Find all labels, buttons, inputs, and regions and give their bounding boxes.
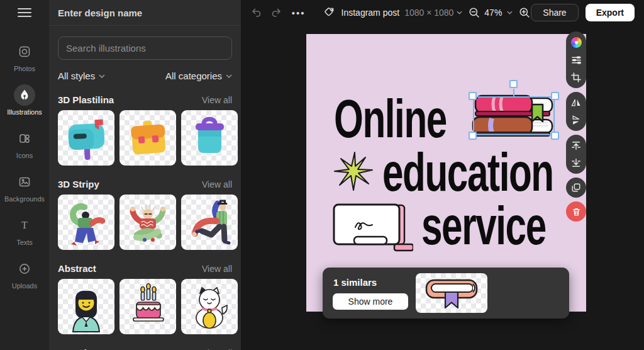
bring-forward-button[interactable]: [566, 137, 586, 154]
book-with-bookmark-illustration: [421, 276, 482, 310]
toolbar-group-flip: [566, 92, 586, 131]
sidebar-item-backgrounds[interactable]: Backgrounds: [0, 166, 49, 209]
more-dots-icon: •••: [292, 8, 306, 18]
chevron-down-icon: [99, 74, 105, 78]
bring-forward-icon: [571, 140, 581, 150]
color-button[interactable]: [566, 33, 586, 51]
selected-element-books[interactable]: [473, 96, 555, 135]
thumb-woman-avatar-illustration[interactable]: [58, 279, 114, 334]
duplicate-icon: [571, 183, 581, 193]
resize-handle-bottom-right[interactable]: [551, 132, 559, 140]
panel-body: All styles All categories 3D Plastilina …: [49, 26, 241, 350]
resize-handle-bottom-left[interactable]: [469, 132, 477, 140]
view-all-link[interactable]: View all: [202, 95, 232, 105]
show-more-button[interactable]: Show more: [333, 293, 408, 310]
resize-icon: [323, 6, 336, 19]
sidebar-item-photos[interactable]: Photos: [0, 35, 49, 79]
crop-icon: [571, 72, 581, 82]
upload-plus-icon: [14, 258, 35, 279]
thumb-kicking-person-illustration[interactable]: [181, 195, 238, 250]
similars-popup: 1 similars Show more: [323, 268, 569, 319]
headline-word-education[interactable]: education: [382, 145, 553, 199]
flip-horizontal-button[interactable]: [566, 94, 586, 111]
format-label[interactable]: Instagram post: [341, 8, 400, 18]
zoom-in-button[interactable]: [518, 4, 531, 21]
thumb-lucky-cat-illustration[interactable]: [181, 279, 238, 334]
background-image-icon: [14, 171, 35, 193]
zoom-out-button[interactable]: [467, 4, 480, 21]
photo-icon: [14, 41, 35, 62]
sidebar-item-illustrations[interactable]: Illustrations: [0, 79, 49, 122]
delete-button[interactable]: [566, 201, 586, 222]
app-root: Photos Illustrations Icons: [0, 0, 644, 350]
flip-horizontal-icon: [571, 98, 581, 108]
section-title: Abstract: [58, 263, 96, 274]
crop-button[interactable]: [566, 69, 586, 86]
zoom-in-icon: [519, 7, 530, 18]
format-dimensions: 1080 × 1080: [404, 8, 453, 18]
similar-book-thumbnail[interactable]: [416, 273, 487, 313]
thumbnail-row: [58, 110, 232, 166]
zoom-level[interactable]: 47%: [484, 8, 502, 18]
thumbnail-row: [58, 279, 232, 334]
pen-nib-icon: [14, 84, 35, 106]
selection-outline: [473, 96, 555, 135]
section-header: Abstract View all: [58, 263, 232, 274]
star-sparkle-illustration[interactable]: [333, 151, 374, 191]
undo-button[interactable]: [250, 4, 264, 21]
color-wheel-icon: [571, 37, 582, 48]
thumb-dancing-person-illustration[interactable]: [58, 195, 114, 250]
section-title: Amani: [58, 347, 87, 350]
styles-filter-dropdown[interactable]: All styles: [58, 71, 105, 81]
redo-button[interactable]: [270, 4, 283, 21]
element-toolbar: [566, 31, 586, 225]
section-header: 3D Stripy View all: [58, 179, 232, 189]
icon-sidebar: Photos Illustrations Icons: [0, 0, 49, 350]
adjust-button[interactable]: [566, 51, 586, 69]
toolbar-group-layer: [566, 135, 586, 174]
view-all-link[interactable]: View all: [202, 264, 232, 274]
thumb-sitting-person-illustration[interactable]: [119, 195, 176, 250]
share-button[interactable]: Share: [531, 4, 578, 21]
similars-count: 1 similars: [333, 277, 377, 288]
headline-word-online[interactable]: Online: [334, 91, 447, 145]
thumbnail-row: [58, 195, 232, 250]
sidebar-item-label: Uploads: [12, 282, 37, 290]
menu-button[interactable]: [18, 8, 31, 17]
resize-handle-top-right[interactable]: [551, 92, 559, 100]
more-options-button[interactable]: •••: [292, 4, 306, 21]
toolbar-group-style: [566, 31, 586, 88]
whiteboard-illustration[interactable]: [333, 203, 413, 252]
thumb-mailbox-illustration[interactable]: [58, 110, 114, 166]
duplicate-button[interactable]: [566, 178, 586, 198]
section-header: Amani View all: [58, 347, 232, 350]
sidebar-item-icons[interactable]: Icons: [0, 122, 49, 166]
filters-row: All styles All categories: [58, 71, 232, 81]
zoom-out-icon: [469, 7, 480, 18]
flip-vertical-button[interactable]: [566, 111, 586, 129]
section-title: 3D Plastilina: [58, 94, 114, 105]
rotation-handle[interactable]: [509, 80, 518, 88]
chevron-down-icon[interactable]: [507, 11, 513, 14]
chevron-down-icon[interactable]: [457, 11, 462, 14]
sidebar-item-texts[interactable]: T Texts: [0, 209, 49, 252]
menu-icon: [18, 8, 31, 9]
thumb-trash-can-illustration[interactable]: [181, 110, 238, 166]
view-all-link[interactable]: View all: [202, 179, 232, 189]
search-input[interactable]: [58, 37, 232, 60]
resize-button[interactable]: [323, 4, 336, 21]
export-button[interactable]: Export: [586, 4, 635, 21]
headline-word-service[interactable]: service: [421, 198, 546, 252]
flip-vertical-icon: [571, 115, 581, 125]
sidebar-item-uploads[interactable]: Uploads: [0, 252, 49, 296]
send-backward-button[interactable]: [566, 154, 586, 172]
sidebar-item-label: Illustrations: [7, 108, 42, 116]
view-all-link[interactable]: View all: [202, 348, 232, 350]
resize-handle-top-left[interactable]: [469, 92, 477, 100]
thumb-birthday-cake-illustration[interactable]: [119, 279, 176, 334]
thumb-briefcase-illustration[interactable]: [119, 110, 176, 166]
categories-filter-dropdown[interactable]: All categories: [165, 71, 232, 81]
design-name-input[interactable]: Enter design name: [49, 0, 241, 26]
canvas-area: ••• Instagram post 1080 × 1080 47%: [241, 0, 644, 350]
sidebar-item-label: Icons: [16, 152, 33, 159]
